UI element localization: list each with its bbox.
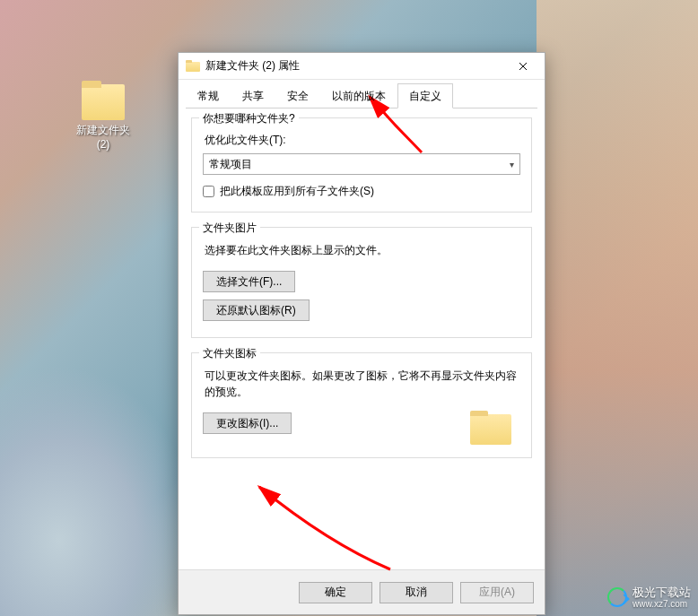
- desktop-icon-label: 新建文件夹 (2): [63, 124, 144, 152]
- watermark: 极光下载站 www.xz7.com: [607, 586, 691, 609]
- watermark-logo-icon: [607, 587, 627, 607]
- close-icon: [519, 62, 528, 71]
- dropdown-value: 常规项目: [209, 157, 252, 172]
- properties-dialog: 新建文件夹 (2) 属性 常规 共享 安全 以前的版本 自定义 你想要哪种文件夹…: [178, 52, 545, 615]
- close-button[interactable]: [505, 54, 541, 79]
- group-folder-picture: 文件夹图片 选择要在此文件夹图标上显示的文件。 选择文件(F)... 还原默认图…: [191, 227, 532, 338]
- group-folder-type: 你想要哪种文件夹? 优化此文件夹(T): 常规项目 ▾ 把此模板应用到所有子文件…: [191, 117, 532, 213]
- watermark-url: www.xz7.com: [633, 599, 691, 609]
- choose-file-button[interactable]: 选择文件(F)...: [203, 271, 295, 292]
- folder-icon: [186, 60, 200, 72]
- chevron-down-icon: ▾: [510, 160, 514, 169]
- group-folder-icon: 文件夹图标 可以更改文件夹图标。如果更改了图标，它将不再显示文件夹内容的预览。 …: [191, 352, 532, 458]
- tab-customize[interactable]: 自定义: [397, 83, 453, 108]
- checkbox-label: 把此模板应用到所有子文件夹(S): [220, 184, 374, 199]
- apply-subfolders-row[interactable]: 把此模板应用到所有子文件夹(S): [203, 184, 520, 199]
- dialog-title: 新建文件夹 (2) 属性: [205, 58, 505, 74]
- group-legend: 文件夹图片: [199, 221, 260, 236]
- apply-subfolders-checkbox[interactable]: [203, 186, 214, 197]
- ok-button[interactable]: 确定: [299, 582, 372, 603]
- titlebar: 新建文件夹 (2) 属性: [179, 53, 545, 80]
- watermark-title: 极光下载站: [633, 586, 691, 599]
- tab-security[interactable]: 安全: [275, 83, 320, 108]
- desktop-folder-icon[interactable]: 新建文件夹 (2): [63, 81, 144, 152]
- tab-bar: 常规 共享 安全 以前的版本 自定义: [179, 80, 545, 108]
- change-icon-button[interactable]: 更改图标(I)...: [203, 412, 292, 434]
- optimize-dropdown[interactable]: 常规项目 ▾: [203, 153, 520, 175]
- tab-sharing[interactable]: 共享: [231, 83, 275, 108]
- tab-general[interactable]: 常规: [186, 83, 231, 108]
- group-legend: 你想要哪种文件夹?: [199, 111, 299, 126]
- tab-content: 你想要哪种文件夹? 优化此文件夹(T): 常规项目 ▾ 把此模板应用到所有子文件…: [179, 108, 545, 569]
- optimize-label: 优化此文件夹(T):: [205, 133, 520, 148]
- group-legend: 文件夹图标: [199, 346, 260, 361]
- tab-previous-versions[interactable]: 以前的版本: [320, 83, 397, 108]
- dialog-footer: 确定 取消 应用(A): [179, 569, 545, 614]
- icon-desc: 可以更改文件夹图标。如果更改了图标，它将不再显示文件夹内容的预览。: [205, 368, 520, 400]
- restore-default-button[interactable]: 还原默认图标(R): [203, 299, 310, 321]
- folder-icon-preview: [470, 411, 511, 445]
- cancel-button[interactable]: 取消: [380, 582, 453, 603]
- folder-icon: [78, 81, 128, 120]
- apply-button: 应用(A): [460, 582, 534, 603]
- picture-desc: 选择要在此文件夹图标上显示的文件。: [205, 242, 520, 258]
